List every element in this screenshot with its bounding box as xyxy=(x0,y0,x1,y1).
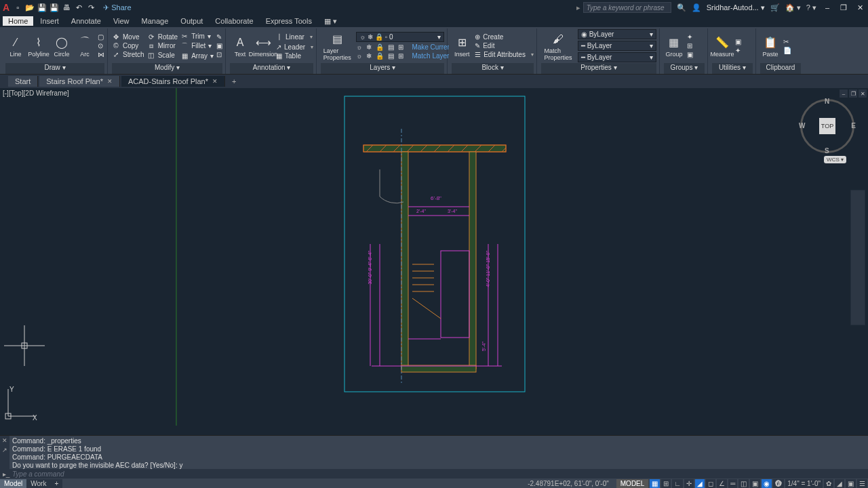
snap-toggle[interactable]: ⊞ xyxy=(661,479,671,488)
tab-manage[interactable]: Manage xyxy=(136,16,174,26)
track-toggle[interactable]: ∠ xyxy=(717,479,727,488)
leader-button[interactable]: ↗ Leader xyxy=(276,43,313,51)
grid-toggle[interactable]: ▦ xyxy=(650,479,660,488)
draw-misc-3[interactable]: ⋈ xyxy=(98,51,104,58)
lineweight-combo[interactable]: ━ ByLayer▾ xyxy=(578,52,656,62)
clip-misc-2[interactable]: 📄 xyxy=(783,47,791,54)
layout-model[interactable]: Model xyxy=(0,479,26,488)
minimize-button[interactable]: – xyxy=(822,2,833,13)
array-button[interactable]: ▦Array ▾ xyxy=(180,52,214,60)
redo-icon[interactable]: ↷ xyxy=(85,2,96,13)
fillet-button[interactable]: ⌒Fillet ▾ xyxy=(180,41,214,51)
linear-button[interactable]: 〡 Linear xyxy=(276,33,313,42)
tab-collaborate[interactable]: Collaborate xyxy=(210,16,258,26)
line-button[interactable]: ∕Line xyxy=(5,35,26,58)
save-icon[interactable]: 💾 xyxy=(37,2,47,13)
tab-output[interactable]: Output xyxy=(175,16,208,26)
dimension-button[interactable]: ⟷Dimension xyxy=(253,35,273,58)
anno-toggle[interactable]: 🅐 xyxy=(773,479,784,488)
search-input[interactable]: Type a keyword or phrase xyxy=(583,2,671,13)
custom-toggle[interactable]: ☰ xyxy=(857,479,867,488)
panel-title-block[interactable]: Block ▾ xyxy=(452,63,534,74)
sc-toggle[interactable]: ▣ xyxy=(750,479,760,488)
paste-button[interactable]: 📋Paste xyxy=(760,35,781,58)
layout-add[interactable]: + xyxy=(50,479,62,488)
close-button[interactable]: ✕ xyxy=(854,2,865,13)
plot-icon[interactable]: 🖶 xyxy=(61,2,72,13)
user-icon[interactable]: 👤 xyxy=(692,3,701,12)
copy-button[interactable]: ©Copy xyxy=(112,42,144,49)
util-misc-2[interactable]: ✦ xyxy=(735,47,741,54)
editattr-button[interactable]: ☰ Edit Attributes xyxy=(475,51,534,58)
drawing-canvas[interactable]: [-][Top][2D Wireframe] – ❐ ✕ TOP N S E W… xyxy=(0,88,868,426)
clean-screen[interactable]: ▣ xyxy=(846,479,856,488)
saveas-icon[interactable]: 💾 xyxy=(49,2,60,13)
undo-icon[interactable]: ↶ xyxy=(73,2,84,13)
rotate-button[interactable]: ⟳Rotate xyxy=(147,33,178,41)
create-button[interactable]: ⊕ Create xyxy=(475,33,534,41)
panel-title-draw[interactable]: Draw ▾ xyxy=(5,63,104,74)
close-icon[interactable]: ✕ xyxy=(107,78,113,85)
osnap-toggle[interactable]: ◻ xyxy=(706,479,715,488)
command-input[interactable]: ▸_ Type a command xyxy=(0,469,868,479)
group-button[interactable]: ▦Group xyxy=(664,35,684,58)
layer-combo[interactable]: ☼ ❄ 🔒 ▫ 0▾ xyxy=(356,32,444,42)
trim-button[interactable]: ✂Trim ▾ xyxy=(180,33,214,40)
stretch-button[interactable]: ⤢Stretch xyxy=(112,51,144,58)
restore-button[interactable]: ❐ xyxy=(838,2,849,13)
panel-title-layers[interactable]: Layers ▾ xyxy=(321,63,444,74)
insert-button[interactable]: ⊞Insert xyxy=(452,35,472,58)
move-button[interactable]: ✥Move xyxy=(112,33,144,41)
clip-misc-1[interactable]: ✂ xyxy=(783,38,791,45)
cmd-handle-icon[interactable]: ↗ xyxy=(0,445,9,455)
groups-misc-2[interactable]: ⊞ xyxy=(687,42,693,49)
match-prop-button[interactable]: 🖌Match Properties xyxy=(541,31,575,61)
doctab-stairs[interactable]: Stairs Roof Plan*✕ xyxy=(39,76,120,87)
draw-misc-1[interactable]: ▢ xyxy=(98,33,104,41)
tab-annotate[interactable]: Annotate xyxy=(66,16,106,26)
search-icon[interactable]: 🔍 xyxy=(677,3,686,12)
share-link[interactable]: ✈ Share xyxy=(103,3,131,12)
ortho-toggle[interactable]: ∟ xyxy=(672,479,683,488)
cmd-close-icon[interactable]: ✕ xyxy=(0,436,9,445)
doctab-start[interactable]: Start xyxy=(8,76,38,87)
panel-title-groups[interactable]: Groups ▾ xyxy=(664,63,705,74)
tab-express[interactable]: Express Tools xyxy=(260,16,317,26)
tab-featured[interactable]: ▦ ▾ xyxy=(319,16,342,26)
new-tab-button[interactable]: + xyxy=(226,77,241,85)
modify-misc-3[interactable]: ⊡ xyxy=(216,51,222,58)
open-icon[interactable]: 📂 xyxy=(24,2,35,13)
linetype-combo[interactable]: ━ ByLayer▾ xyxy=(578,41,656,51)
lwt-toggle[interactable]: ═ xyxy=(728,479,737,488)
circle-button[interactable]: ◯Circle xyxy=(52,35,72,58)
app-home-icon[interactable]: 🏠 ▾ xyxy=(785,3,801,12)
panel-title-utilities[interactable]: Utilities ▾ xyxy=(712,63,753,74)
doctab-acad-stairs[interactable]: ACAD-Stairs Roof Plan*✕ xyxy=(121,76,225,87)
layer-row-3[interactable]: ☼❄🔒▤⊞ Match Layer xyxy=(356,52,444,60)
model-toggle[interactable]: MODEL xyxy=(616,479,649,488)
util-misc-1[interactable]: ▣ xyxy=(735,38,741,45)
gear-toggle[interactable]: ✿ xyxy=(824,479,833,488)
color-combo[interactable]: ◉ ByLayer▾ xyxy=(578,29,656,39)
user-name[interactable]: Sridhar-Autod... ▾ xyxy=(707,3,765,12)
qp-toggle[interactable]: ◉ xyxy=(762,479,772,488)
text-button[interactable]: AText xyxy=(230,35,250,58)
new-icon[interactable]: ▫ xyxy=(12,2,23,13)
layout-work[interactable]: Work xyxy=(26,479,50,488)
polyline-button[interactable]: ⌇Polyline xyxy=(28,35,49,58)
scale-list[interactable]: 1/4" = 1'-0" xyxy=(785,479,823,488)
layer-row-2[interactable]: ☼❄🔒▤⊞ Make Current xyxy=(356,43,444,51)
groups-misc-3[interactable]: ▣ xyxy=(687,51,693,58)
tab-home[interactable]: Home xyxy=(3,16,33,26)
close-icon[interactable]: ✕ xyxy=(212,78,218,85)
iso-draft[interactable]: ◢ xyxy=(835,479,844,488)
trans-toggle[interactable]: ◫ xyxy=(738,479,749,488)
draw-misc-2[interactable]: ⊙ xyxy=(98,42,104,49)
cart-icon[interactable]: 🛒 xyxy=(770,3,780,12)
polar-toggle[interactable]: ✛ xyxy=(684,479,694,488)
scale-button[interactable]: ◫Scale xyxy=(147,52,178,59)
measure-button[interactable]: 📏Measure xyxy=(712,35,732,58)
help-icon[interactable]: ? ▾ xyxy=(806,3,816,12)
groups-misc-1[interactable]: ✦ xyxy=(687,33,693,41)
modify-misc-2[interactable]: ▣ xyxy=(216,42,222,49)
